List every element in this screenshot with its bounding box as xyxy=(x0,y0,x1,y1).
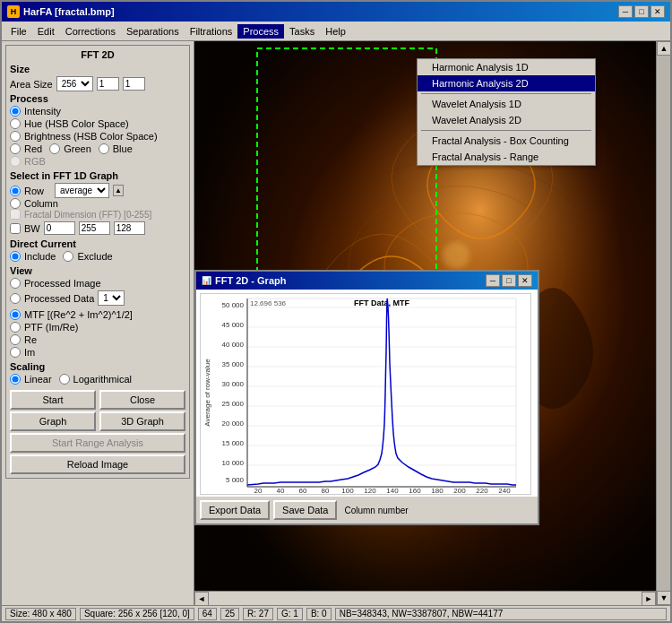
radio-im[interactable] xyxy=(10,347,21,358)
menu-corrections[interactable]: Corrections xyxy=(60,24,121,39)
titlebar: H HarFA [fractal.bmp] ─ □ ✕ xyxy=(2,2,670,22)
radio-rgb[interactable] xyxy=(10,156,21,167)
bw-checkbox[interactable] xyxy=(10,223,21,234)
menu-filtrations[interactable]: Filtrations xyxy=(185,24,238,39)
menu-fractal-box[interactable]: Fractal Analysis - Box Counting xyxy=(418,133,595,149)
radio-include[interactable] xyxy=(10,251,21,262)
graph-titlebar: 📊 FFT 2D - Graph ─ □ ✕ xyxy=(196,272,538,290)
radio-logarithmical[interactable] xyxy=(59,374,70,385)
minimize-button[interactable]: ─ xyxy=(618,5,633,18)
radio-exclude[interactable] xyxy=(63,251,73,262)
menu-harmonic-2d[interactable]: Harmonic Analysis 2D xyxy=(418,75,595,91)
radio-brightness-label: Brightness (HSB Color Space) xyxy=(24,131,158,142)
svg-text:40: 40 xyxy=(277,487,285,495)
dropdown-separator-1 xyxy=(421,93,591,94)
bw-spin3[interactable] xyxy=(114,221,145,235)
up-arrow-icon[interactable]: ▲ xyxy=(113,185,124,196)
area-size-select[interactable]: 256 128 512 xyxy=(56,76,93,91)
radio-hue-row: Hue (HSB Color Space) xyxy=(10,118,185,129)
scroll-left-button[interactable]: ◄ xyxy=(194,592,209,606)
start-range-button: Start Range Analysis xyxy=(10,433,185,453)
radio-hue[interactable] xyxy=(10,118,21,129)
menu-fractal-range[interactable]: Fractal Analysis - Range xyxy=(418,149,595,165)
bw-spin2[interactable] xyxy=(79,221,110,235)
radio-proc-data-label: Processed Data xyxy=(24,293,94,304)
scrollbar-h[interactable]: ◄ ► xyxy=(194,591,656,605)
radio-brightness[interactable] xyxy=(10,131,21,142)
radio-processed-image[interactable] xyxy=(10,278,21,289)
radio-intensity[interactable] xyxy=(10,106,21,117)
radio-column-row: Column xyxy=(10,198,185,209)
radio-red[interactable] xyxy=(10,143,21,154)
radio-red-row: Red xyxy=(10,143,42,154)
radio-red-label: Red xyxy=(24,143,42,154)
menu-wavelet-1d[interactable]: Wavelet Analysis 1D xyxy=(418,96,595,112)
svg-text:50 000: 50 000 xyxy=(222,301,245,309)
fractal-dim-checkbox xyxy=(10,209,21,220)
radio-green[interactable] xyxy=(49,143,60,154)
scroll-right-button[interactable]: ► xyxy=(642,592,656,606)
close-button[interactable]: ✕ xyxy=(650,5,665,18)
svg-text:5 000: 5 000 xyxy=(226,476,245,484)
svg-text:100: 100 xyxy=(341,487,354,495)
close-button[interactable]: Close xyxy=(99,390,185,410)
menu-harmonic-1d[interactable]: Harmonic Analysis 1D xyxy=(418,59,595,75)
menu-file[interactable]: File xyxy=(5,24,32,39)
graph-bottom-bar: Export Data Save Data Column number xyxy=(196,497,538,523)
radio-intensity-row: Intensity xyxy=(10,106,185,117)
radio-row-row: Row average ▲ xyxy=(10,183,185,198)
start-button[interactable]: Start xyxy=(10,390,96,410)
radio-processed-data[interactable] xyxy=(10,293,21,304)
fractal-dim-label: Fractal Dimension (FFT) [0-255] xyxy=(24,210,151,220)
radio-rgb-label: RGB xyxy=(24,156,46,167)
graph-svg: 50 000 45 000 40 000 35 000 30 000 25 00… xyxy=(200,293,531,495)
save-data-button[interactable]: Save Data xyxy=(273,500,337,520)
bw-row: BW xyxy=(10,221,185,235)
radio-linear[interactable] xyxy=(10,374,21,385)
svg-text:120: 120 xyxy=(364,487,376,495)
radio-mtf[interactable] xyxy=(10,309,21,320)
menu-separations[interactable]: Separations xyxy=(121,24,185,39)
dropdown-separator-2 xyxy=(421,130,591,131)
menu-wavelet-2d[interactable]: Wavelet Analysis 2D xyxy=(418,112,595,128)
radio-linear-label: Linear xyxy=(24,374,52,385)
proc-data-select[interactable]: 1 xyxy=(98,290,125,306)
row-average-select[interactable]: average xyxy=(55,183,109,198)
graph-3d-button[interactable]: 3D Graph xyxy=(99,411,185,431)
bw-spin1[interactable] xyxy=(44,221,75,235)
scroll-up-button[interactable]: ▲ xyxy=(657,41,670,56)
radio-column[interactable] xyxy=(10,198,21,209)
svg-text:30 000: 30 000 xyxy=(222,380,245,388)
scrollbar-v[interactable]: ▲ ▼ xyxy=(656,41,670,605)
scroll-down-button[interactable]: ▼ xyxy=(657,591,670,605)
radio-linear-row: Linear xyxy=(10,374,52,385)
menu-tasks[interactable]: Tasks xyxy=(284,24,320,39)
graph-close-btn[interactable]: ✕ xyxy=(518,274,532,287)
size-spin2[interactable] xyxy=(123,77,145,91)
graph-minimize-btn[interactable]: ─ xyxy=(486,274,500,287)
graph-maximize-btn[interactable]: □ xyxy=(502,274,516,287)
menu-edit[interactable]: Edit xyxy=(32,24,60,39)
graph-titlebar-buttons: ─ □ ✕ xyxy=(486,274,532,287)
fractal-dim-row: Fractal Dimension (FFT) [0-255] xyxy=(10,209,185,220)
titlebar-buttons: ─ □ ✕ xyxy=(618,5,665,18)
column-number-label: Column number xyxy=(344,500,408,520)
svg-text:220: 220 xyxy=(476,487,488,495)
export-data-button[interactable]: Export Data xyxy=(200,500,270,520)
size-spin1[interactable] xyxy=(97,77,119,91)
radio-blue[interactable] xyxy=(99,143,109,154)
menu-help[interactable]: Help xyxy=(320,24,351,39)
radio-ptf-label: PTF (Im/Re) xyxy=(24,322,79,333)
radio-brightness-row: Brightness (HSB Color Space) xyxy=(10,131,185,142)
graph-button[interactable]: Graph xyxy=(10,411,96,431)
radio-re[interactable] xyxy=(10,334,21,345)
menu-process[interactable]: Process xyxy=(237,24,284,39)
radio-row[interactable] xyxy=(10,186,21,196)
maximize-button[interactable]: □ xyxy=(634,5,649,18)
radio-ptf[interactable] xyxy=(10,322,21,333)
graph-window: 📊 FFT 2D - Graph ─ □ ✕ 50 000 45 000 xyxy=(194,270,539,525)
status-pos1: 64 xyxy=(198,608,217,620)
graph-title-left: 📊 FFT 2D - Graph xyxy=(202,275,286,286)
reload-image-button[interactable]: Reload Image xyxy=(10,454,185,474)
radio-mtf-row: MTF [(Re^2 + Im^2)^1/2] xyxy=(10,309,185,320)
